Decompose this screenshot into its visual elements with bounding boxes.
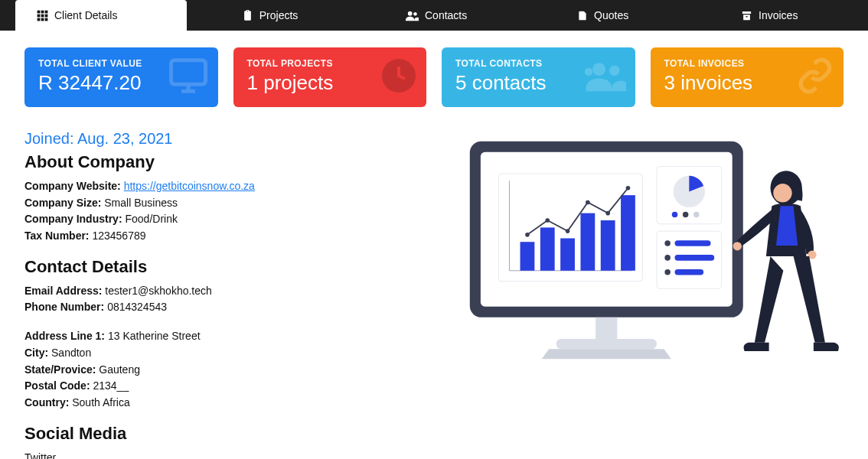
svg-point-52 (733, 242, 741, 250)
social-heading: Social Media (24, 424, 432, 444)
postal-value: 2134__ (93, 379, 129, 392)
address-block: Address Line 1: 13 Katherine Street City… (24, 328, 432, 411)
tab-projects[interactable]: Projects (187, 0, 354, 31)
card-client-value[interactable]: TOTAL CLIENT VALUE R 32447.20 (24, 47, 218, 107)
tab-label: Contacts (425, 9, 467, 21)
clock-icon (380, 57, 417, 97)
svg-rect-22 (556, 339, 657, 349)
svg-point-33 (545, 218, 550, 223)
tab-label: Quotes (594, 9, 628, 21)
svg-point-41 (683, 212, 689, 218)
addr1-value: 13 Katherine Street (108, 330, 201, 342)
svg-rect-45 (674, 240, 710, 246)
svg-rect-4 (41, 14, 44, 17)
social-twitter[interactable]: Twitter (24, 450, 432, 459)
tax-value: 123456789 (92, 230, 145, 242)
svg-rect-27 (540, 227, 555, 270)
svg-point-9 (408, 11, 413, 15)
svg-point-36 (605, 211, 610, 216)
tab-quotes[interactable]: Quotes (520, 0, 687, 31)
svg-rect-0 (38, 10, 41, 13)
svg-point-34 (565, 229, 569, 233)
svg-rect-47 (674, 255, 714, 261)
svg-rect-7 (41, 18, 44, 21)
joined-date: Joined: Aug. 23, 2021 (24, 130, 432, 148)
state-label: State/Provice: (24, 363, 96, 376)
email-value: tester1@skhokho.tech (105, 285, 212, 297)
stats-row: TOTAL CLIENT VALUE R 32447.20 TOTAL PROJ… (15, 31, 853, 107)
tab-bar: Client Details Projects Contacts Quotes … (0, 0, 868, 31)
svg-point-37 (625, 186, 630, 190)
phone-label: Phone Number: (24, 301, 104, 313)
addr1-label: Address Line 1: (24, 330, 105, 342)
users-icon (406, 10, 419, 21)
postal-label: Postal Code: (24, 379, 90, 392)
monitor-icon (168, 55, 209, 99)
svg-rect-28 (560, 239, 575, 271)
link-icon (796, 57, 834, 98)
tab-label: Invoices (759, 9, 798, 21)
size-label: Company Size: (24, 197, 101, 209)
svg-rect-26 (520, 242, 534, 271)
phone-value: 0814324543 (107, 301, 167, 313)
tab-client-details[interactable]: Client Details (15, 0, 187, 31)
svg-point-17 (609, 66, 620, 76)
svg-point-16 (592, 63, 605, 76)
grid-icon (37, 10, 48, 21)
industry-value: Food/Drink (125, 213, 177, 225)
website-link[interactable]: https://getbitcoinsnow.co.za (124, 180, 255, 192)
industry-label: Company Industry: (24, 213, 122, 225)
svg-point-46 (664, 255, 671, 261)
svg-rect-11 (746, 16, 748, 17)
svg-rect-2 (45, 10, 48, 13)
svg-rect-3 (38, 14, 41, 17)
client-info: Joined: Aug. 23, 2021 About Company Comp… (24, 130, 432, 459)
card-invoices[interactable]: TOTAL INVOICES 3 invoices (651, 47, 844, 107)
svg-rect-6 (38, 18, 41, 21)
svg-point-10 (413, 11, 417, 15)
svg-point-35 (586, 200, 590, 205)
card-contacts[interactable]: TOTAL CONTACTS 5 contacts (442, 47, 635, 107)
website-label: Company Website: (24, 180, 121, 192)
contact-heading: Contact Details (24, 257, 432, 277)
svg-rect-5 (45, 14, 48, 17)
size-value: Small Business (104, 197, 178, 209)
svg-rect-29 (580, 213, 595, 271)
clipboard-icon (242, 10, 253, 21)
svg-point-51 (773, 184, 791, 202)
svg-rect-1 (41, 10, 44, 13)
svg-rect-21 (596, 317, 617, 339)
illustration (455, 130, 844, 459)
svg-point-18 (585, 68, 592, 76)
tax-label: Tax Number: (24, 230, 90, 242)
tab-invoices[interactable]: Invoices (686, 0, 853, 31)
state-value: Gauteng (99, 363, 140, 376)
svg-point-44 (664, 240, 671, 246)
svg-rect-8 (45, 18, 48, 21)
svg-point-42 (693, 212, 700, 218)
svg-point-48 (664, 269, 671, 275)
document-icon (577, 10, 588, 21)
users-icon (585, 59, 626, 96)
city-label: City: (24, 347, 48, 359)
tab-contacts[interactable]: Contacts (353, 0, 520, 31)
svg-rect-30 (600, 220, 615, 271)
country-label: Country: (24, 396, 69, 409)
country-value: South Africa (72, 396, 130, 409)
email-label: Email Address: (24, 285, 102, 297)
tab-label: Client Details (54, 9, 117, 21)
social-block: Twitter Facebook LinkedIn (24, 450, 432, 459)
contact-block: Email Address: tester1@skhokho.tech Phon… (24, 283, 432, 316)
svg-rect-12 (171, 60, 205, 85)
svg-rect-31 (621, 195, 635, 271)
card-projects[interactable]: TOTAL PROJECTS 1 projects (233, 47, 427, 107)
archive-icon (741, 10, 752, 21)
about-heading: About Company (24, 152, 432, 172)
about-block: Company Website: https://getbitcoinsnow.… (24, 178, 432, 245)
svg-point-40 (671, 212, 677, 218)
svg-point-32 (525, 233, 530, 237)
tab-label: Projects (259, 9, 299, 21)
city-value: Sandton (51, 347, 91, 359)
svg-rect-49 (674, 269, 703, 275)
